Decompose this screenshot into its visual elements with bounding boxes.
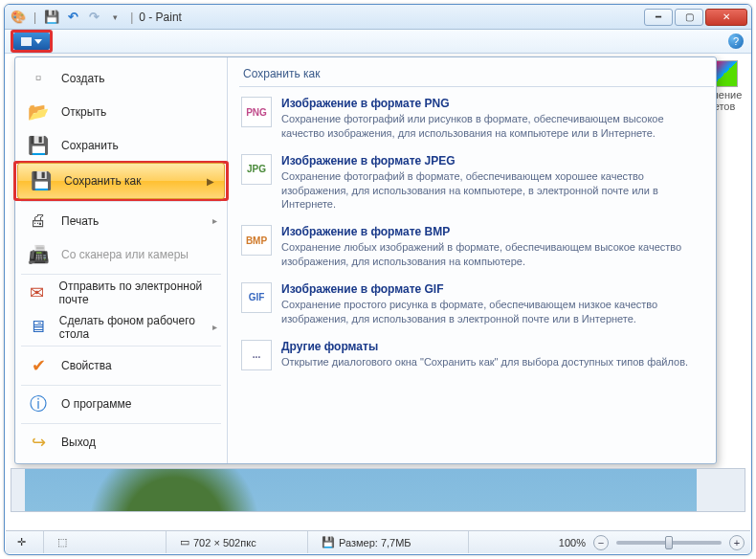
maximize-button[interactable]: ▢ <box>675 9 703 26</box>
status-bar: ✛ ⬚ ▭702 × 502пкс 💾Размер: 7,7МБ 100% − … <box>6 530 750 553</box>
zoom-slider-thumb[interactable] <box>665 536 673 549</box>
zoom-slider[interactable] <box>616 541 722 545</box>
chevron-down-icon <box>34 39 42 44</box>
file-button-highlight <box>11 30 53 53</box>
bmp-icon: BMP <box>241 225 272 256</box>
ribbon-bar: ? <box>5 30 751 54</box>
selection-icon: ⬚ <box>57 536 67 548</box>
chevron-right-icon: ▸ <box>212 215 217 226</box>
zoom-in-button[interactable]: + <box>729 535 745 550</box>
gif-icon: GIF <box>241 282 272 313</box>
paint-window: 🎨 | 💾 ↶ ↷ ▾ | 0 - Paint ━ ▢ ✕ ? енение е… <box>4 4 752 555</box>
new-icon: ▫ <box>27 67 50 90</box>
mail-icon: ✉ <box>27 281 48 304</box>
jpeg-icon: JPG <box>241 154 272 185</box>
menu-email[interactable]: ✉Отправить по электронной почте <box>15 277 227 310</box>
open-icon: 📂 <box>27 101 50 123</box>
menu-about[interactable]: ⓘО программе <box>15 387 227 420</box>
menu-scanner: 📠Со сканера или камеры <box>15 237 227 271</box>
save-as-submenu: Сохранить как PNG Изображение в формате … <box>228 57 716 463</box>
qat-customize-icon[interactable]: ▾ <box>105 8 124 27</box>
desktop-icon: 🖥 <box>27 316 48 339</box>
title-bar: 🎨 | 💾 ↶ ↷ ▾ | 0 - Paint ━ ▢ ✕ <box>5 5 751 30</box>
paint-app-icon: 🎨 <box>9 8 28 27</box>
help-icon[interactable]: ? <box>728 34 744 49</box>
zoom-level: 100% <box>559 537 586 548</box>
canvas-dimensions: 702 × 502пкс <box>193 537 256 548</box>
file-menu-panel: ▫Создать 📂Открыть 💾Сохранить 💾Сохранить … <box>14 56 717 464</box>
png-icon: PNG <box>241 97 272 127</box>
exit-icon: ↪ <box>27 431 50 454</box>
format-bmp[interactable]: BMP Изображение в формате BMPСохранение … <box>239 221 714 279</box>
menu-properties[interactable]: ✔Свойства <box>15 348 227 382</box>
zoom-out-button[interactable]: − <box>593 535 609 550</box>
file-icon <box>21 37 32 46</box>
format-gif[interactable]: GIF Изображение в формате GIFСохранение … <box>239 279 714 336</box>
qat-undo-icon[interactable]: ↶ <box>63 8 82 27</box>
submenu-title: Сохранить как <box>239 63 714 87</box>
check-icon: ✔ <box>27 354 50 377</box>
menu-save-as[interactable]: 💾Сохранить как▶ <box>17 163 225 199</box>
menu-open[interactable]: 📂Открыть <box>15 95 227 128</box>
disk-icon: 💾 <box>322 536 335 548</box>
minimize-button[interactable]: ━ <box>644 9 673 26</box>
menu-new[interactable]: ▫Создать <box>15 61 227 95</box>
chevron-right-icon: ▸ <box>212 322 217 332</box>
close-button[interactable]: ✕ <box>705 9 747 26</box>
dimensions-icon: ▭ <box>180 536 189 548</box>
qat-save-icon[interactable]: 💾 <box>42 8 61 27</box>
menu-exit[interactable]: ↪Выход <box>15 426 227 459</box>
menu-save[interactable]: 💾Сохранить <box>15 129 227 163</box>
save-icon: 💾 <box>27 134 50 157</box>
canvas-area[interactable] <box>11 468 745 512</box>
info-icon: ⓘ <box>27 392 50 415</box>
format-png[interactable]: PNG Изображение в формате PNGСохранение … <box>239 93 714 150</box>
qat-redo-icon[interactable]: ↷ <box>84 8 103 27</box>
chevron-right-icon: ▶ <box>207 176 214 187</box>
file-menu-button[interactable] <box>13 33 50 50</box>
file-menu-list: ▫Создать 📂Открыть 💾Сохранить 💾Сохранить … <box>15 57 228 463</box>
menu-desktop-bg[interactable]: 🖥Сделать фоном рабочего стола▸ <box>15 310 227 344</box>
window-title: 0 - Paint <box>139 11 182 24</box>
format-jpeg[interactable]: JPG Изображение в формате JPEGСохранение… <box>239 150 714 222</box>
cursor-pos-icon: ✛ <box>17 536 26 548</box>
file-size: Размер: 7,7МБ <box>339 537 411 548</box>
save-as-icon: 💾 <box>30 169 53 192</box>
scanner-icon: 📠 <box>27 243 50 266</box>
print-icon: 🖨 <box>27 210 50 233</box>
format-other[interactable]: ... Другие форматыОткрытие диалогового о… <box>239 336 714 380</box>
menu-print[interactable]: 🖨Печать▸ <box>15 204 227 237</box>
other-format-icon: ... <box>241 340 272 370</box>
